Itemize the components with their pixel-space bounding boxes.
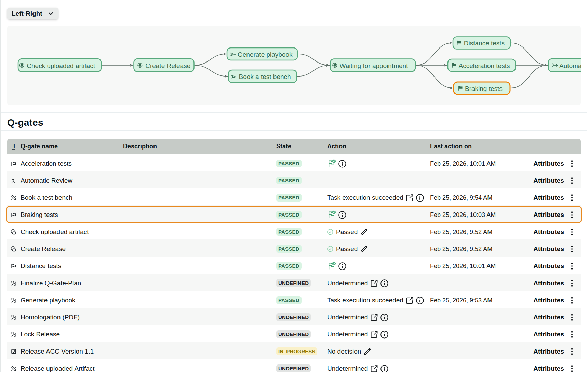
svg-text:Braking tests: Braking tests <box>465 85 503 92</box>
svg-text:Book a test bench: Book a test bench <box>239 73 291 80</box>
svg-text:Create Release: Create Release <box>145 62 190 69</box>
svg-text:Generate playbook: Generate playbook <box>238 51 293 58</box>
svg-text:Waiting for appointment: Waiting for appointment <box>340 62 409 69</box>
svg-text:Distance tests: Distance tests <box>464 40 505 47</box>
svg-text:Check uploaded artifact: Check uploaded artifact <box>27 62 95 69</box>
svg-text:Automatic Review: Automatic Review <box>559 62 581 69</box>
svg-text:Acceleration tests: Acceleration tests <box>459 62 510 69</box>
